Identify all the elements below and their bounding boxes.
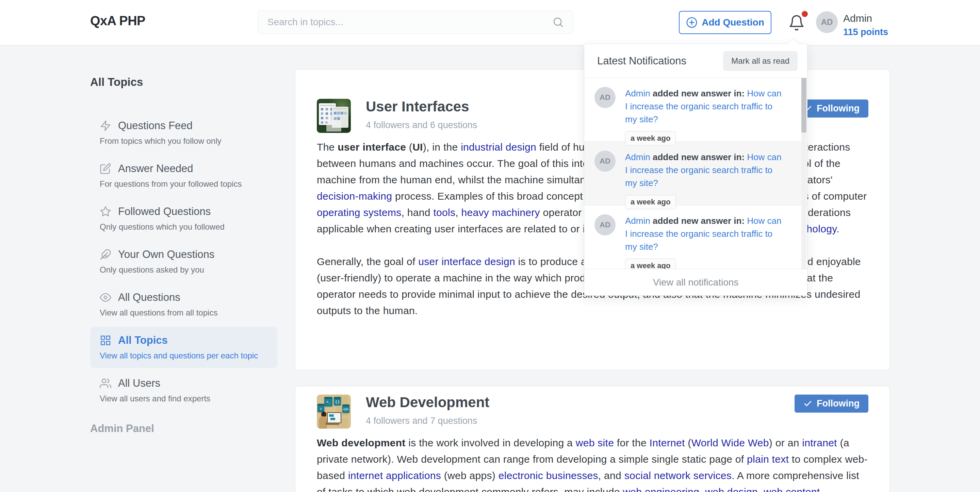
scrollbar-track[interactable] [801,78,807,269]
notification-item[interactable]: ADAdmin added new answer in: How can I i… [584,142,807,206]
topic-thumbnail-web-development[interactable]: >_ { } </> ≡ [317,395,351,429]
sidebar-item-label: Followed Questions [118,206,211,217]
sidebar-item-description: Only questions asked by you [100,265,269,275]
topic-title[interactable]: Web Development [366,395,489,410]
content-link[interactable]: web site [576,437,614,448]
sidebar-item-description: Qnly questions which you followed [100,222,269,232]
sidebar-item-description: View all users and find experts [100,394,269,403]
user-points[interactable]: 115 points [843,27,888,37]
content-link[interactable]: tools [433,207,455,218]
sidebar-item-label: All Users [118,377,160,389]
plus-circle-icon [686,17,698,28]
sidebar-item-all-questions[interactable]: All QuestionsView all questions from all… [90,284,277,325]
add-question-label: Add Question [702,17,764,28]
notification-action: added new answer in: [650,88,747,99]
notifications-title: Latest Notifications [597,55,686,67]
content-link[interactable]: decision-making [317,190,392,202]
sidebar-item-label: All Topics [118,335,168,346]
notification-time-badge: a week ago [625,259,676,269]
check-icon [803,399,812,408]
notification-action: added new answer in: [650,216,747,226]
notification-avatar: AD [595,214,616,235]
search-bar [258,11,573,34]
content-link[interactable]: Internet [649,437,685,448]
following-label: Following [817,103,859,114]
user-name: Admin [843,13,888,24]
sidebar-item-followed-questions[interactable]: Followed QuestionsQnly questions which y… [90,198,277,239]
following-button[interactable]: Following [795,395,869,413]
sidebar-item-description: View all questions from all topics [100,308,269,318]
bold-term: Web development [317,437,406,448]
users-icon [100,377,111,389]
notifications-bell-button[interactable] [788,14,807,34]
scrollbar-thumb[interactable] [801,78,807,133]
notification-action: added new answer in: [650,152,747,162]
sidebar-item-your-own-questions[interactable]: Your Own QuestionsOnly questions asked b… [90,241,277,282]
notifications-panel: Latest Notifications Mark all as read AD… [584,44,808,296]
add-question-button[interactable]: Add Question [679,11,772,34]
content-link[interactable]: operating systems [317,207,401,218]
content-link[interactable]: electronic businesses [498,470,598,481]
sidebar-item-all-users[interactable]: All UsersView all users and find experts [90,370,277,411]
app-logo[interactable]: QxA PHP [90,14,145,28]
sidebar-item-description: From topics which you follow only [100,136,269,146]
mark-all-as-read-button[interactable]: Mark all as read [723,51,798,71]
sidebar-item-label: Answer Needed [118,163,193,174]
feather-icon [100,249,111,260]
sidebar-item-description: For questions from your followed topics [100,179,269,189]
bell-icon [788,14,805,31]
user-avatar[interactable]: AD [816,11,838,33]
view-all-notifications-link[interactable]: View all notifications [584,269,807,296]
notification-text: Admin added new answer in: How can I inc… [625,150,785,189]
content-link[interactable]: World Wide Web [692,437,769,448]
sidebar-item-answer-needed[interactable]: Answer NeededFor questions from your fol… [90,155,277,196]
grid-icon [100,335,111,346]
star-icon [100,206,111,217]
sidebar-nav: Questions FeedFrom topics which you foll… [90,112,277,413]
notification-avatar: AD [595,150,616,172]
notification-avatar: AD [595,87,616,108]
page-title: All Topics [90,76,143,89]
content-link[interactable]: user interface design [418,256,515,267]
content-link[interactable]: internet applications [348,470,441,481]
lightning-icon [100,120,111,131]
content-link[interactable]: web design [705,486,758,492]
content-link[interactable]: plain text [747,454,789,465]
bold-term: user interface [337,141,406,153]
topic-title[interactable]: User Interfaces [366,99,477,115]
content-link[interactable]: industrial design [461,141,536,153]
user-menu[interactable]: Admin 115 points [843,13,888,37]
topic-thumbnail-user-interfaces[interactable] [317,99,351,133]
topic-paragraph: Web development is the work involved in … [317,435,869,492]
following-label: Following [817,398,859,409]
notification-item[interactable]: ADAdmin added new answer in: How can I i… [584,78,807,142]
notification-actor-link[interactable]: Admin [625,152,650,162]
sidebar-item-questions-feed[interactable]: Questions FeedFrom topics which you foll… [90,112,277,153]
notification-item[interactable]: ADAdmin added new answer in: How can I i… [584,206,807,269]
bold-term: UI [412,141,423,153]
notification-time-badge: a week ago [625,195,676,209]
content-link[interactable]: heavy machinery [461,207,540,218]
notification-actor-link[interactable]: Admin [625,88,650,99]
sidebar-item-description: View all topics and questions per each t… [100,351,269,361]
notification-text: Admin added new answer in: How can I inc… [625,87,785,126]
edit-icon [100,163,111,174]
content-link[interactable]: social network services [624,470,732,481]
sidebar-item-label: All Questions [118,292,180,303]
notification-text: Admin added new answer in: How can I inc… [625,214,785,253]
sidebar-item-all-topics[interactable]: All TopicsView all topics and questions … [90,327,277,368]
unread-indicator-dot [802,11,808,17]
search-input[interactable] [258,11,573,34]
content-link[interactable]: web engineering [623,486,699,492]
topic-card-web-development: >_ { } </> ≡ Web Development 4 followers… [295,386,890,492]
sidebar-item-label: Your Own Questions [118,249,215,260]
notification-time-badge: a week ago [625,131,676,145]
topic-stats: 4 followers and 6 questions [366,120,477,131]
search-icon[interactable] [552,16,564,28]
content-link[interactable]: intranet [802,437,837,448]
app-header: QxA PHP Add Question AD Admin 115 points [0,0,980,46]
notification-actor-link[interactable]: Admin [625,216,650,226]
topic-stats: 4 followers and 7 questions [366,416,489,426]
sidebar-item-admin-panel[interactable]: Admin Panel [90,422,154,435]
sidebar-item-label: Questions Feed [118,120,192,131]
